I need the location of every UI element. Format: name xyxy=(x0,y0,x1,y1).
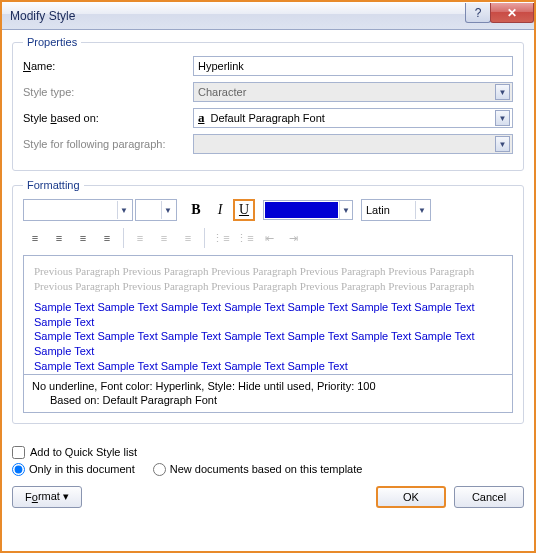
following-paragraph-combo: ▼ xyxy=(193,134,513,154)
description-line-2: Based on: Default Paragraph Font xyxy=(32,393,504,407)
chevron-down-icon[interactable]: ▼ xyxy=(495,110,510,126)
style-type-label: Style type: xyxy=(23,86,193,98)
style-description: No underline, Font color: Hyperlink, Sty… xyxy=(23,375,513,413)
font-size-combo[interactable]: ▼ xyxy=(135,199,177,221)
align-left-button[interactable]: ≡ xyxy=(23,227,47,249)
chevron-down-icon: ▼ xyxy=(495,84,510,100)
chevron-down-icon[interactable]: ▼ xyxy=(415,201,428,219)
only-this-document-radio[interactable]: Only in this document xyxy=(12,463,135,476)
script-combo[interactable]: Latin▼ xyxy=(361,199,431,221)
cancel-button[interactable]: Cancel xyxy=(454,486,524,508)
align-justify-button[interactable]: ≡ xyxy=(95,227,119,249)
format-button[interactable]: Format ▾ xyxy=(12,486,82,508)
preview-sample-2: Sample Text Sample Text Sample Text Samp… xyxy=(34,329,502,359)
title-bar: Modify Style ? ✕ xyxy=(2,2,534,30)
close-button[interactable]: ✕ xyxy=(490,3,534,23)
new-documents-label: New documents based on this template xyxy=(170,463,363,475)
separator xyxy=(204,228,205,248)
name-label: Name: xyxy=(23,60,193,72)
style-based-on-label: Style based on: xyxy=(23,112,193,124)
font-toolbar: ▼ ▼ B I U ▼ Latin▼ xyxy=(23,199,513,221)
preview-pane: Previous Paragraph Previous Paragraph Pr… xyxy=(23,255,513,375)
chevron-down-icon[interactable]: ▼ xyxy=(161,201,174,219)
add-quick-style-checkbox[interactable]: Add to Quick Style list xyxy=(12,446,524,459)
chevron-down-icon[interactable]: ▼ xyxy=(339,201,352,219)
new-documents-input[interactable] xyxy=(153,463,166,476)
style-based-on-combo[interactable]: a Default Paragraph Font ▼ xyxy=(193,108,513,128)
new-documents-radio[interactable]: New documents based on this template xyxy=(153,463,363,476)
add-quick-style-label: Add to Quick Style list xyxy=(30,446,137,458)
preview-sample-1: Sample Text Sample Text Sample Text Samp… xyxy=(34,300,502,330)
name-input[interactable] xyxy=(193,56,513,76)
font-color-combo[interactable]: ▼ xyxy=(263,200,353,220)
description-line-1: No underline, Font color: Hyperlink, Sty… xyxy=(32,379,504,393)
ok-button[interactable]: OK xyxy=(376,486,446,508)
properties-group: Properties Name: Style type: Character ▼… xyxy=(12,36,524,171)
align-right-button[interactable]: ≡ xyxy=(71,227,95,249)
line-spacing-15-button: ≡ xyxy=(152,227,176,249)
style-type-value: Character xyxy=(198,86,246,98)
preview-previous: Previous Paragraph Previous Paragraph Pr… xyxy=(34,264,502,294)
chevron-down-icon: ▼ xyxy=(495,136,510,152)
window-title: Modify Style xyxy=(10,9,75,23)
indent-inc-button: ⇥ xyxy=(281,227,305,249)
font-name-combo[interactable]: ▼ xyxy=(23,199,133,221)
help-button[interactable]: ? xyxy=(465,3,491,23)
only-this-document-input[interactable] xyxy=(12,463,25,476)
formatting-group: Formatting ▼ ▼ B I U ▼ Latin▼ ≡ ≡ ≡ xyxy=(12,179,524,424)
modify-style-dialog: Modify Style ? ✕ Properties Name: Style … xyxy=(0,0,536,553)
chevron-down-icon[interactable]: ▼ xyxy=(117,201,130,219)
font-a-icon: a xyxy=(198,110,205,126)
following-paragraph-label: Style for following paragraph: xyxy=(23,138,193,150)
line-spacing-2-button: ≡ xyxy=(176,227,200,249)
bold-button[interactable]: B xyxy=(185,199,207,221)
underline-button[interactable]: U xyxy=(233,199,255,221)
style-type-combo: Character ▼ xyxy=(193,82,513,102)
formatting-legend: Formatting xyxy=(23,179,84,191)
italic-button[interactable]: I xyxy=(209,199,231,221)
separator xyxy=(123,228,124,248)
only-this-document-label: Only in this document xyxy=(29,463,135,475)
space-before-dec-button: ⋮≡ xyxy=(233,227,257,249)
preview-sample-3: Sample Text Sample Text Sample Text Samp… xyxy=(34,359,502,374)
align-center-button[interactable]: ≡ xyxy=(47,227,71,249)
indent-dec-button: ⇤ xyxy=(257,227,281,249)
color-swatch xyxy=(265,202,338,218)
add-quick-style-input[interactable] xyxy=(12,446,25,459)
line-spacing-1-button: ≡ xyxy=(128,227,152,249)
space-before-inc-button: ⋮≡ xyxy=(209,227,233,249)
paragraph-toolbar: ≡ ≡ ≡ ≡ ≡ ≡ ≡ ⋮≡ ⋮≡ ⇤ ⇥ xyxy=(23,227,513,249)
properties-legend: Properties xyxy=(23,36,81,48)
style-based-on-value: Default Paragraph Font xyxy=(211,112,325,124)
